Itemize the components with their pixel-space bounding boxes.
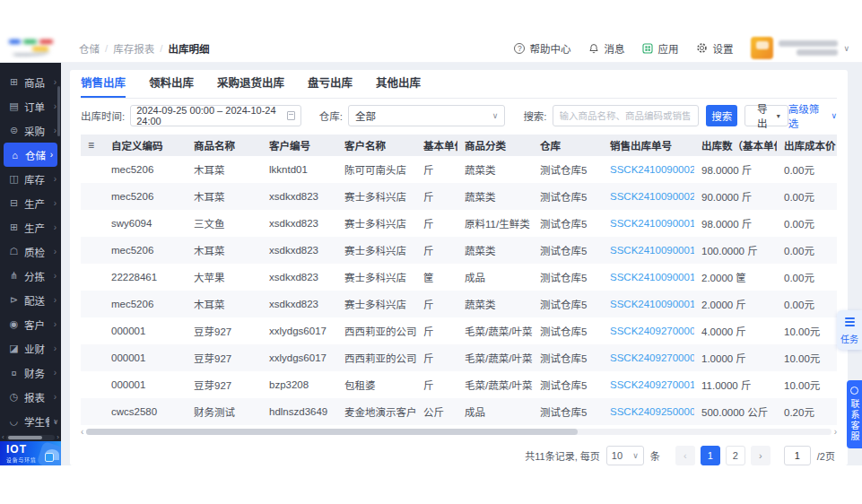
cell-name: 大苹果 bbox=[187, 264, 262, 291]
sidebar-item-order[interactable]: ▤订单› bbox=[0, 94, 61, 118]
search-input[interactable] bbox=[553, 105, 700, 126]
sidebar-item-purchase[interactable]: ⊜采购› bbox=[0, 118, 61, 143]
tab-material-outbound[interactable]: 领料出库 bbox=[149, 70, 194, 98]
contact-support-widget[interactable]: 联系客服 bbox=[847, 380, 862, 448]
sidebar-item-production-2[interactable]: ⊞生产› bbox=[0, 215, 61, 239]
cell-cost: 10.00元 bbox=[777, 344, 837, 371]
apps-button[interactable]: 应用 bbox=[642, 41, 678, 56]
cell-cost: 0.00元 bbox=[777, 183, 837, 210]
tab-other-outbound[interactable]: 其他出库 bbox=[376, 70, 421, 98]
cell-code: mec5206 bbox=[104, 237, 187, 264]
page-size-select[interactable]: 10 ∨ bbox=[606, 446, 644, 465]
breadcrumb-current: 出库明细 bbox=[168, 41, 209, 56]
report-icon: ◷ bbox=[8, 391, 20, 403]
cell-category: 成品 bbox=[457, 264, 533, 291]
chevron-right-icon: › bbox=[54, 368, 57, 378]
app-logo[interactable] bbox=[7, 37, 59, 60]
cell-customer_name: 麦金地演示客户 bbox=[337, 398, 416, 425]
calendar-icon bbox=[287, 111, 295, 120]
user-menu[interactable]: ∨ bbox=[751, 37, 849, 59]
table-hscroll-thumb[interactable] bbox=[86, 429, 578, 435]
search-button[interactable]: 搜索 bbox=[706, 105, 737, 126]
chevron-right-icon: › bbox=[54, 77, 57, 87]
topbar-actions: ? 帮助中心 消息 应用 设置 ∨ bbox=[514, 37, 849, 59]
sidebar-item-label: 报表 bbox=[24, 390, 49, 404]
biz-finance-icon: ◪ bbox=[8, 343, 20, 354]
cell-customer_name: 陈可可南头店 bbox=[337, 156, 416, 183]
sidebar-item-finance[interactable]: ¤财务› bbox=[0, 361, 61, 385]
sidebar-item-inventory[interactable]: ◫库存› bbox=[0, 167, 61, 191]
messages-button[interactable]: 消息 bbox=[588, 41, 624, 56]
sidebar-item-label: 商品 bbox=[24, 75, 49, 90]
breadcrumb-item-inventory-report[interactable]: 库存报表 bbox=[113, 41, 154, 56]
cell-order_no[interactable]: SSCK24100900020 bbox=[603, 183, 694, 210]
sidebar-item-product[interactable]: ⊞商品› bbox=[0, 70, 61, 94]
tab-sales-outbound[interactable]: 销售出库 bbox=[81, 70, 126, 98]
sidebar-item-report[interactable]: ◷报表› bbox=[0, 385, 61, 409]
task-widget[interactable]: 任务 bbox=[837, 310, 862, 350]
sidebar-hscroll-thumb[interactable] bbox=[8, 436, 42, 439]
prev-page-button[interactable]: ‹ bbox=[675, 446, 695, 465]
sidebar-item-quality[interactable]: ☖质检› bbox=[0, 239, 61, 264]
warehouse-select[interactable]: 全部 ∨ bbox=[348, 105, 505, 126]
cell-order_no[interactable]: SSCK24092700004 bbox=[603, 344, 694, 371]
column-header: 商品分类 bbox=[457, 135, 533, 156]
table-row: 000001豆芽927bzp3208包租婆斤毛菜/蔬菜/叶菜测试仓库5SSCK2… bbox=[81, 371, 837, 398]
sidebar-item-student-meal[interactable]: ◡学生餐› bbox=[0, 409, 61, 433]
cell-order_no[interactable]: SSCK24100900015 bbox=[603, 264, 694, 291]
cell-customer_name: 赛士多科兴店 bbox=[337, 291, 416, 317]
cell-customer_no: xsdkxd823 bbox=[262, 183, 337, 210]
sidebar-scroll-down-icon[interactable]: ∨ bbox=[53, 418, 58, 426]
table-row: cwcs2580财务测试hdlnszd3649麦金地演示客户公斤成品测试仓库5S… bbox=[81, 398, 837, 425]
scroll-right-icon[interactable]: › bbox=[57, 433, 59, 441]
sidebar-item-sorting[interactable]: ⋔分拣› bbox=[0, 264, 61, 288]
cell-customer_name: 包租婆 bbox=[337, 371, 416, 398]
cell-customer_no: xsdkxd823 bbox=[262, 264, 337, 291]
export-button[interactable]: 导出 ▾ bbox=[744, 105, 788, 126]
page-button-2[interactable]: 2 bbox=[726, 446, 745, 465]
cell-customer_name: 西西莉亚的公司 bbox=[337, 317, 416, 344]
iot-banner[interactable]: IOT 设备与环境 bbox=[0, 441, 61, 465]
sidebar-item-customer[interactable]: ◉客户› bbox=[0, 312, 61, 336]
warehouse-icon: ⌂ bbox=[9, 150, 21, 161]
sidebar-hscrollbar[interactable]: ‹ › bbox=[0, 433, 61, 441]
tab-inventory-loss-outbound[interactable]: 盘亏出库 bbox=[308, 70, 353, 98]
sidebar-item-warehouse[interactable]: ⌂仓储› bbox=[4, 143, 57, 167]
scroll-right-icon[interactable]: › bbox=[834, 428, 837, 436]
table-hscrollbar[interactable]: ‹ › bbox=[81, 428, 837, 436]
cell-order_no[interactable]: SSCK24100900015 bbox=[603, 291, 694, 317]
scroll-left-icon[interactable]: ‹ bbox=[81, 428, 83, 436]
date-range-input[interactable]: 2024-09-25 00:00 – 2024-10-24 24:00 bbox=[130, 105, 301, 126]
cell-order_no[interactable]: SSCK24092700011 bbox=[603, 371, 694, 398]
cell-customer_name: 赛士多科兴店 bbox=[337, 210, 416, 237]
page-jump-input[interactable] bbox=[784, 446, 811, 465]
chat-icon bbox=[850, 387, 858, 395]
table-row: mec5206木耳菜xsdkxd823赛士多科兴店斤蔬菜类测试仓库5SSCK24… bbox=[81, 291, 837, 317]
help-center-button[interactable]: ? 帮助中心 bbox=[514, 41, 570, 56]
cell-order_no[interactable]: SSCK24100900017 bbox=[603, 237, 694, 264]
cell-order_no[interactable]: SSCK24092500004 bbox=[603, 398, 694, 425]
column-settings-icon[interactable]: ≡ bbox=[81, 135, 104, 156]
cell-order_no[interactable]: SSCK24092700004 bbox=[603, 317, 694, 344]
breadcrumb-separator: / bbox=[160, 43, 162, 54]
settings-button[interactable]: 设置 bbox=[696, 41, 733, 56]
inventory-icon: ◫ bbox=[8, 173, 20, 185]
sidebar-item-production[interactable]: ⊟生产› bbox=[0, 191, 61, 215]
sidebar-item-biz-finance[interactable]: ◪业财› bbox=[0, 336, 61, 361]
cell-cost: 0.00元 bbox=[777, 156, 837, 183]
next-page-button[interactable]: › bbox=[751, 446, 771, 465]
cell-order_no[interactable]: SSCK24100900017 bbox=[603, 210, 694, 237]
tab-purchase-return-outbound[interactable]: 采购退货出库 bbox=[217, 70, 284, 98]
advanced-filter-toggle[interactable]: 高级筛选 ∨ bbox=[788, 101, 837, 130]
scroll-left-icon[interactable]: ‹ bbox=[2, 433, 4, 441]
breadcrumb-item-warehouse[interactable]: 仓储 bbox=[79, 41, 100, 56]
sidebar-vscroll-thumb[interactable] bbox=[57, 86, 60, 136]
cell-qty: 2.0000 筐 bbox=[694, 264, 777, 291]
cell-qty: 500.0000 公斤 bbox=[694, 398, 777, 425]
cell-unit: 斤 bbox=[416, 210, 457, 237]
content-card: 销售出库领料出库采购退货出库盘亏出库其他出库 出库时间: 2024-09-25 … bbox=[70, 70, 848, 465]
page-button-1[interactable]: 1 bbox=[701, 446, 720, 465]
sidebar-item-delivery[interactable]: ⊳配送› bbox=[0, 288, 61, 312]
export-label: 导出 bbox=[753, 101, 772, 130]
cell-order_no[interactable]: SSCK24100900021 bbox=[603, 156, 694, 183]
